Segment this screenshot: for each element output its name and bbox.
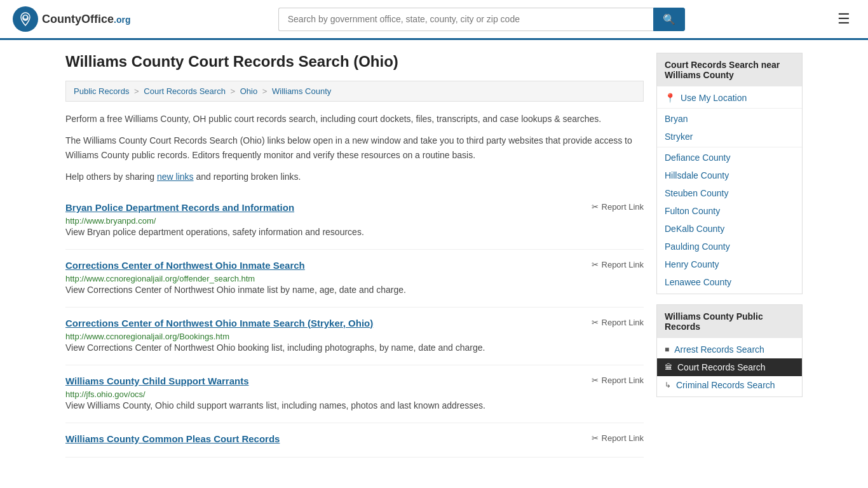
- arrest-icon: ■: [665, 345, 669, 354]
- report-link-button[interactable]: ✂ Report Link: [592, 433, 644, 443]
- records-list: Bryan Police Department Records and Info…: [65, 192, 644, 458]
- sidebar-item-defiance-county[interactable]: Defiance County: [657, 149, 802, 166]
- record-entry: Williams County Child Support Warrants ✂…: [65, 365, 644, 423]
- record-title[interactable]: Corrections Center of Northwest Ohio Inm…: [65, 318, 373, 329]
- record-entry: Corrections Center of Northwest Ohio Inm…: [65, 308, 644, 365]
- criminal-icon: ↳: [665, 381, 671, 390]
- new-links-link[interactable]: new links: [157, 172, 194, 182]
- report-link-button[interactable]: ✂ Report Link: [592, 260, 644, 269]
- record-url[interactable]: http://www.ccnoregionaljail.org/Bookings…: [65, 332, 229, 341]
- sidebar-item-fulton-county[interactable]: Fulton County: [657, 202, 802, 220]
- sidebar-item-lenawee-county[interactable]: Lenawee County: [657, 273, 802, 291]
- record-desc: View Williams County, Ohio child support…: [65, 399, 644, 412]
- record-desc: View Corrections Center of Northwest Ohi…: [65, 283, 644, 297]
- description-p3: Help others by sharing new links and rep…: [65, 170, 644, 184]
- report-icon: ✂: [592, 318, 599, 327]
- search-input[interactable]: [278, 8, 653, 31]
- sidebar-item-henry-county[interactable]: Henry County: [657, 255, 802, 273]
- description-p1: Perform a free Williams County, OH publi…: [65, 112, 644, 126]
- report-link-button[interactable]: ✂ Report Link: [592, 318, 644, 327]
- menu-button[interactable]: ☰: [832, 8, 855, 30]
- sidebar-item-court-records[interactable]: 🏛 Court Records Search: [657, 358, 802, 376]
- sidebar-item-arrest-records[interactable]: ■ Arrest Records Search: [657, 341, 802, 358]
- content-area: Williams County Court Records Search (Oh…: [65, 53, 644, 458]
- sidebar-public-records-body: ■ Arrest Records Search 🏛 Court Records …: [657, 338, 802, 396]
- sidebar-item-stryker[interactable]: Stryker: [657, 128, 802, 146]
- court-icon: 🏛: [665, 363, 672, 372]
- report-icon: ✂: [592, 260, 599, 269]
- search-button[interactable]: 🔍: [653, 8, 685, 31]
- logo-text: CountyOffice.org: [42, 13, 130, 26]
- record-title[interactable]: Bryan Police Department Records and Info…: [65, 202, 294, 213]
- record-entry: Bryan Police Department Records and Info…: [65, 192, 644, 250]
- breadcrumb: Public Records > Court Records Search > …: [65, 81, 644, 102]
- search-icon: 🔍: [663, 14, 675, 25]
- breadcrumb-williams-county[interactable]: Williams County: [272, 86, 331, 96]
- header: CountyOffice.org 🔍 ☰: [0, 0, 868, 40]
- sidebar-public-records-section: Williams County Public Records ■ Arrest …: [656, 304, 803, 397]
- breadcrumb-public-records[interactable]: Public Records: [74, 86, 129, 96]
- sidebar-nearby-section: Court Records Search near Williams Count…: [656, 53, 803, 294]
- record-entry: Corrections Center of Northwest Ohio Inm…: [65, 250, 644, 308]
- main-container: Williams County Court Records Search (Oh…: [53, 40, 815, 470]
- description-p2: The Williams County Court Records Search…: [65, 133, 644, 162]
- record-title[interactable]: Williams County Common Pleas Court Recor…: [65, 433, 280, 444]
- sidebar-public-records-header: Williams County Public Records: [657, 305, 802, 338]
- logo[interactable]: CountyOffice.org: [13, 6, 130, 32]
- report-link-button[interactable]: ✂ Report Link: [592, 202, 644, 212]
- sidebar-item-use-my-location[interactable]: 📍 Use My Location: [657, 89, 802, 107]
- sidebar-item-dekalb-county[interactable]: DeKalb County: [657, 220, 802, 238]
- breadcrumb-court-records-search[interactable]: Court Records Search: [144, 86, 226, 96]
- record-entry: Williams County Common Pleas Court Recor…: [65, 423, 644, 458]
- hamburger-icon: ☰: [837, 11, 850, 27]
- record-title[interactable]: Corrections Center of Northwest Ohio Inm…: [65, 260, 305, 271]
- report-icon: ✂: [592, 376, 599, 385]
- record-url[interactable]: http://jfs.ohio.gov/ocs/: [65, 390, 146, 399]
- page-title: Williams County Court Records Search (Oh…: [65, 53, 644, 71]
- svg-point-1: [24, 16, 27, 19]
- sidebar-nearby-body: 📍 Use My Location Bryan Stryker Defiance…: [657, 86, 802, 294]
- sidebar-item-steuben-county[interactable]: Steuben County: [657, 184, 802, 202]
- report-icon: ✂: [592, 433, 599, 443]
- location-icon: 📍: [665, 93, 675, 103]
- sidebar-nearby-header: Court Records Search near Williams Count…: [657, 53, 802, 86]
- record-desc: View Corrections Center of Northwest Ohi…: [65, 341, 644, 355]
- report-icon: ✂: [592, 202, 599, 212]
- record-url[interactable]: http://www.ccnoregionaljail.org/offender…: [65, 274, 255, 283]
- logo-icon: [13, 6, 38, 32]
- breadcrumb-ohio[interactable]: Ohio: [240, 86, 257, 96]
- record-url[interactable]: http://www.bryanpd.com/: [65, 216, 156, 226]
- search-area: 🔍: [278, 8, 685, 31]
- sidebar-item-hillsdale-county[interactable]: Hillsdale County: [657, 166, 802, 184]
- report-link-button[interactable]: ✂ Report Link: [592, 376, 644, 385]
- record-desc: View Bryan police department operations,…: [65, 226, 644, 239]
- sidebar-item-bryan[interactable]: Bryan: [657, 110, 802, 128]
- record-title[interactable]: Williams County Child Support Warrants: [65, 376, 249, 386]
- sidebar-item-paulding-county[interactable]: Paulding County: [657, 238, 802, 255]
- sidebar-item-criminal-records[interactable]: ↳ Criminal Records Search: [657, 376, 802, 394]
- sidebar: Court Records Search near Williams Count…: [656, 53, 803, 458]
